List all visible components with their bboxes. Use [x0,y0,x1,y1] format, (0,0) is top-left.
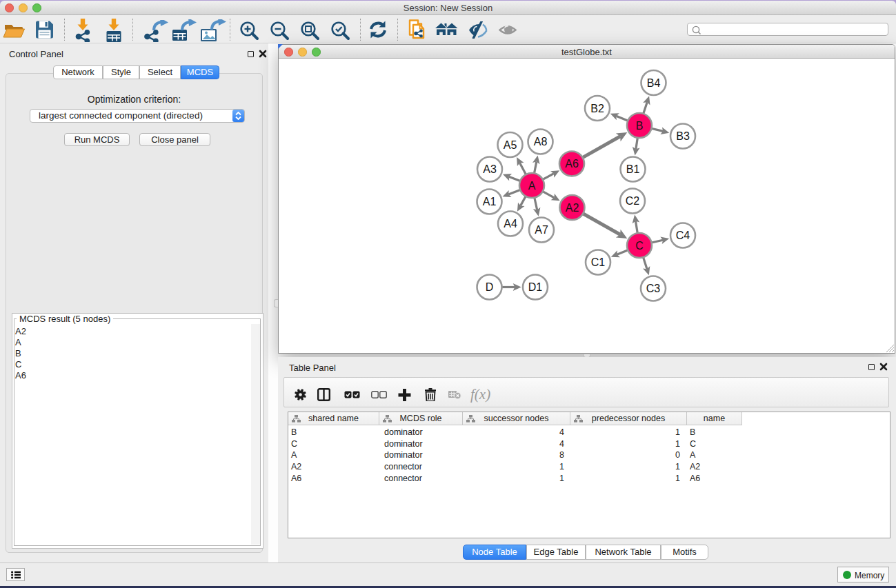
svg-text:B4: B4 [647,77,661,89]
svg-text:C4: C4 [676,230,690,241]
svg-text:D1: D1 [528,281,543,293]
svg-text:B2: B2 [590,103,604,114]
svg-text:A5: A5 [504,139,517,151]
svg-text:A4: A4 [504,218,517,230]
svg-text:B: B [636,120,644,132]
svg-text:A7: A7 [535,224,548,236]
svg-text:A6: A6 [565,158,579,170]
svg-text:C1: C1 [591,256,606,268]
svg-text:C3: C3 [646,283,661,294]
svg-text:A: A [528,180,536,192]
svg-text:A8: A8 [534,136,548,148]
svg-text:C: C [635,240,644,252]
svg-text:C2: C2 [626,195,640,207]
svg-text:B3: B3 [676,130,690,142]
svg-text:A1: A1 [483,196,497,207]
svg-text:B1: B1 [626,163,640,175]
svg-text:A2: A2 [566,202,579,214]
svg-text:A3: A3 [483,163,497,175]
svg-text:D: D [486,281,494,293]
